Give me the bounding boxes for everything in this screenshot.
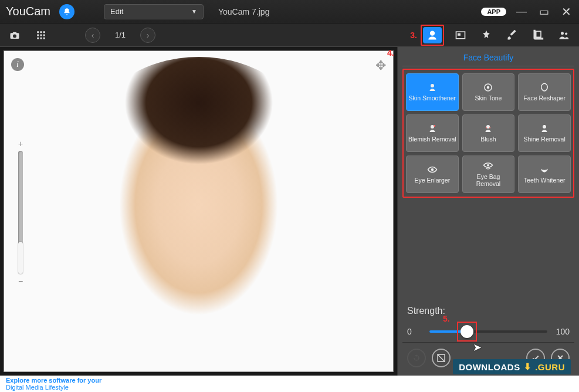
frame-button[interactable] [451, 27, 470, 43]
app-badge[interactable]: APP [481, 8, 506, 16]
svg-point-4 [565, 32, 567, 35]
svg-rect-2 [458, 33, 461, 35]
reset-button [407, 349, 426, 367]
maximize-button[interactable]: ▭ [537, 5, 551, 18]
filename-label: YouCam 7.jpg [218, 7, 269, 16]
toolbar: ‹ 1/1 › 3. [0, 23, 579, 47]
strength-thumb[interactable] [461, 325, 473, 338]
zoom-slider[interactable]: + − [17, 139, 24, 286]
watermark: DOWNLOADS ⬇ .GURU [453, 359, 571, 374]
zoom-track[interactable] [18, 151, 23, 274]
tool-eye-enlarger[interactable]: Eye Enlarger [406, 156, 459, 193]
zoom-out-button[interactable]: − [18, 276, 23, 286]
page-counter: 1/1 [115, 31, 126, 39]
strength-min: 0 [407, 327, 424, 336]
info-icon[interactable]: i [11, 58, 24, 71]
svg-point-0 [430, 31, 435, 35]
watermark-text1: DOWNLOADS [459, 362, 520, 372]
strength-track[interactable]: ➤ [429, 330, 547, 333]
bottom-bar: Explore more software for your Digital M… [0, 376, 579, 392]
tool-label: Blemish Removal [408, 136, 456, 143]
pan-icon[interactable]: ✥ [375, 58, 386, 73]
strength-slider[interactable]: 5. 0 ➤ 100 [407, 327, 570, 336]
tool-blemish-removal[interactable]: Blemish Removal [406, 114, 459, 152]
svg-point-12 [489, 127, 490, 129]
promo-link[interactable]: Digital Media Lifestyle [6, 384, 69, 391]
app-title: YouCam [6, 5, 50, 18]
tool-face-reshaper[interactable]: Face Reshaper [518, 73, 571, 111]
strength-label: Strength: [407, 306, 570, 316]
tool-label: Eye Bag Removal [464, 174, 513, 187]
panel-header: Face Beautify [402, 50, 574, 67]
watermark-text2: .GURU [535, 362, 565, 372]
minimize-button[interactable]: — [514, 5, 529, 18]
annotation-4: 4. [387, 48, 394, 58]
svg-point-8 [431, 125, 434, 129]
promo-line1[interactable]: Explore more software for your [6, 377, 101, 384]
tool-label: Eye Enlarger [414, 177, 450, 184]
mode-label: Edit [110, 7, 123, 16]
strength-area: Strength: 5. 0 ➤ 100 [402, 306, 574, 342]
camera-icon[interactable] [6, 29, 23, 42]
next-button[interactable]: › [140, 28, 155, 43]
main-area: i ✥ + − 4. Face Beautify Skin Smoothener… [0, 47, 579, 376]
beauty-tools-grid: Skin Smoothener Skin Tone Face Reshaper … [402, 69, 574, 198]
tool-label: Blush [480, 136, 496, 143]
mode-dropdown[interactable]: Edit ▼ [104, 4, 204, 19]
crop-button[interactable] [529, 27, 547, 43]
tool-label: Skin Smoothener [409, 95, 456, 102]
brush-button[interactable] [503, 27, 522, 43]
tool-label: Teeth Whitener [524, 177, 566, 184]
svg-point-5 [431, 84, 434, 87]
chevron-down-icon: ▼ [191, 8, 197, 15]
tool-teeth-whitener[interactable]: Teeth Whitener [518, 156, 571, 193]
face-beautify-button[interactable] [423, 27, 442, 43]
tool-skin-tone[interactable]: Skin Tone [462, 73, 515, 111]
tool-label: Shine Removal [524, 136, 566, 143]
svg-point-9 [434, 125, 435, 127]
panel-title: Face Beautify [402, 53, 574, 66]
photo-preview-hair [93, 57, 304, 209]
canvas[interactable]: i ✥ + − [4, 50, 394, 372]
download-icon: ⬇ [524, 361, 532, 372]
zoom-in-button[interactable]: + [18, 139, 23, 148]
tool-shine-removal[interactable]: Shine Removal [518, 114, 571, 152]
svg-point-7 [487, 86, 490, 89]
people-button[interactable] [554, 27, 573, 43]
tool-label: Skin Tone [475, 95, 502, 102]
svg-point-3 [561, 32, 564, 35]
annotation-5: 5. [443, 314, 450, 323]
effects-button[interactable] [477, 27, 496, 43]
side-panel: 4. Face Beautify Skin Smoothener Skin To… [397, 47, 579, 376]
svg-point-11 [486, 127, 487, 129]
annotation-3-box [421, 25, 444, 46]
tool-eye-bag-removal[interactable]: Eye Bag Removal [462, 156, 515, 193]
grid-icon[interactable] [32, 29, 50, 42]
svg-point-15 [487, 164, 490, 167]
close-button[interactable]: ✕ [559, 5, 573, 19]
annotation-3: 3. [410, 31, 417, 40]
tool-blush[interactable]: Blush [462, 114, 515, 152]
prev-button[interactable]: ‹ [85, 28, 100, 43]
tool-skin-smoothener[interactable]: Skin Smoothener [406, 73, 459, 111]
svg-point-14 [431, 168, 434, 171]
strength-max: 100 [553, 327, 570, 336]
tool-label: Face Reshaper [523, 95, 566, 102]
titlebar: YouCam Edit ▼ YouCam 7.jpg APP — ▭ ✕ [0, 0, 579, 23]
zoom-thumb[interactable] [18, 242, 23, 274]
notifications-icon[interactable] [59, 4, 75, 19]
compare-button[interactable] [432, 349, 451, 367]
